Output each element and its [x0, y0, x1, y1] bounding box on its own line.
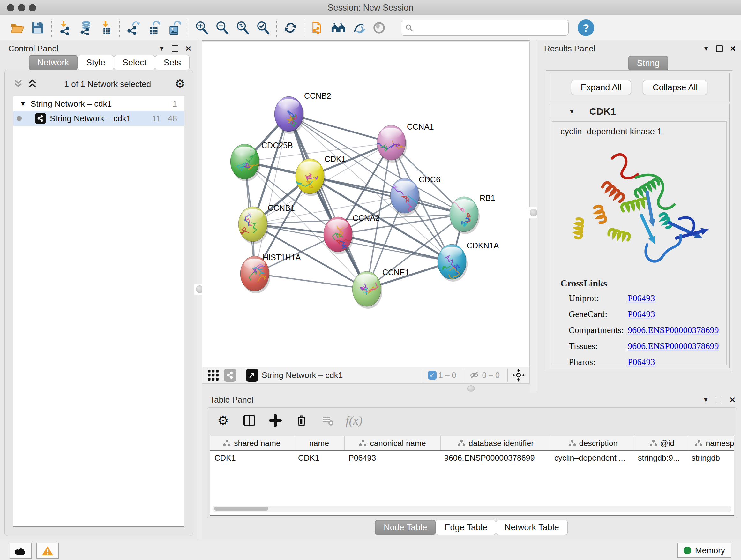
expand-all-button[interactable]: Expand All — [571, 80, 631, 95]
network-graph[interactable]: CCNB2CCNA1CDC25BCDK1CDC6RB1CCNB1CCNA2CDK… — [202, 42, 529, 367]
tab-network-table[interactable]: Network Table — [496, 520, 568, 535]
network-options-gear-icon[interactable]: ⚙ — [175, 78, 185, 90]
tab-select[interactable]: Select — [114, 55, 155, 70]
collapse-all-icon[interactable] — [12, 79, 24, 89]
zoom-in-button[interactable] — [192, 18, 212, 37]
show-columns-button[interactable] — [241, 412, 258, 429]
memory-button[interactable]: Memory — [677, 543, 731, 558]
panel-float-icon[interactable] — [716, 396, 723, 403]
panel-collapse-icon[interactable]: ▼ — [158, 45, 165, 52]
column-header-shared-name[interactable]: shared name — [210, 436, 294, 450]
entry-collapse-icon[interactable]: ▼ — [568, 107, 576, 116]
panel-collapse-icon[interactable]: ▼ — [703, 396, 709, 403]
column-header-description[interactable]: description — [551, 436, 635, 450]
delete-table-button[interactable] — [320, 412, 336, 429]
table-cell[interactable]: CDK1 — [210, 451, 293, 465]
open-in-window-icon[interactable] — [246, 369, 259, 381]
horizontal-splitter-handle[interactable] — [467, 385, 475, 392]
expand-all-icon[interactable] — [26, 79, 38, 89]
table-cell[interactable]: cyclin–dependent ... — [550, 451, 633, 465]
table-horizontal-scrollbar[interactable] — [212, 506, 731, 512]
export-image-button[interactable] — [164, 18, 185, 37]
network-node-CCNB2[interactable]: CCNB2 — [274, 91, 331, 134]
function-builder-icon[interactable]: f(x) — [346, 414, 362, 428]
grid-view-icon[interactable] — [207, 369, 219, 381]
edge-CDK1-RB1 — [310, 176, 464, 214]
open-session-button[interactable] — [7, 18, 27, 37]
panel-close-icon[interactable]: × — [730, 45, 736, 52]
network-node-RB1[interactable]: RB1 — [450, 193, 495, 234]
zoom-selected-button[interactable] — [253, 18, 273, 37]
column-header-canonical-name[interactable]: canonical name — [345, 436, 441, 450]
selected-checkbox-icon[interactable]: ✓ — [428, 371, 436, 380]
gene-entry-header[interactable]: ▼ CDK1 — [549, 104, 729, 119]
tab-style[interactable]: Style — [77, 55, 114, 70]
network-edges[interactable] — [245, 114, 464, 289]
string-home-button[interactable] — [328, 18, 348, 37]
tab-edge-table[interactable]: Edge Table — [435, 520, 496, 535]
table-cell[interactable]: 9606.ENSP00000378699 — [440, 451, 550, 465]
table-cell[interactable]: P06493 — [344, 451, 440, 465]
export-network-button[interactable] — [123, 18, 144, 37]
enhanced-labels-button[interactable] — [348, 18, 369, 37]
network-node-CDK1[interactable]: CDK1 — [295, 154, 346, 196]
crosslink-link[interactable]: P06493 — [628, 357, 655, 367]
zoom-fit-button[interactable] — [232, 18, 253, 37]
column-header-name[interactable]: name — [294, 436, 345, 450]
string-import-button[interactable] — [308, 18, 328, 37]
tree-expand-icon[interactable]: ▼ — [20, 100, 26, 108]
collapse-all-button[interactable]: Collapse All — [643, 80, 708, 95]
grayscale-mode-button[interactable] — [369, 18, 389, 37]
table-row[interactable]: CDK1CDK1P064939606.ENSP00000378699cyclin… — [210, 451, 734, 465]
string-view-icon[interactable] — [224, 369, 237, 381]
help-button[interactable]: ? — [578, 19, 594, 36]
tab-node-table[interactable]: Node Table — [375, 520, 435, 535]
table-cell[interactable]: CDK1 — [293, 451, 344, 465]
import-table-button[interactable] — [96, 18, 116, 37]
panel-collapse-icon[interactable]: ▼ — [703, 45, 710, 52]
panel-close-icon[interactable]: × — [185, 45, 191, 52]
network-collection-row[interactable]: ▼ String Network – cdk1 1 — [13, 97, 184, 111]
panel-float-icon[interactable] — [172, 45, 179, 52]
scrollbar-thumb[interactable] — [214, 507, 268, 510]
tab-network[interactable]: Network — [29, 55, 77, 70]
search-field[interactable] — [416, 23, 564, 33]
network-node-CCNB1[interactable]: CCNB1 — [239, 203, 295, 244]
column-header-namespace[interactable]: namespace — [689, 436, 734, 450]
column-header-label: @id — [660, 439, 675, 448]
save-session-button[interactable] — [27, 18, 48, 37]
table-cell[interactable]: stringdb — [687, 451, 734, 465]
table-options-button[interactable]: ⚙ — [215, 412, 231, 429]
fit-content-crosshair-icon[interactable] — [512, 369, 525, 381]
delete-column-button[interactable] — [293, 412, 310, 429]
crosslink-link[interactable]: 9606.ENSP00000378699 — [628, 325, 719, 335]
import-network-from-database-button[interactable] — [75, 18, 96, 37]
network-node-CDC6[interactable]: CDC6 — [390, 175, 441, 216]
panel-float-icon[interactable] — [716, 45, 723, 52]
zoom-out-button[interactable] — [212, 18, 232, 37]
cloud-button[interactable] — [10, 543, 32, 559]
apply-layout-button[interactable] — [280, 18, 300, 37]
column-header--id[interactable]: @id — [635, 436, 689, 450]
table-cell[interactable]: stringdb:9... — [633, 451, 687, 465]
add-column-button[interactable] — [267, 412, 284, 429]
network-node-CDKN1A[interactable]: CDKN1A — [437, 241, 499, 282]
network-row[interactable]: String Network – cdk1 11 48 — [13, 111, 184, 126]
crosslink-link[interactable]: P06493 — [628, 293, 655, 303]
network-node-HIST1H1A[interactable]: HIST1H1A — [240, 253, 301, 294]
warning-button[interactable] — [37, 543, 59, 559]
column-header-database-identifier[interactable]: database identifier — [441, 436, 551, 450]
crosslink-link[interactable]: 9606.ENSP00000378699 — [628, 341, 719, 351]
tab-sets[interactable]: Sets — [155, 55, 190, 70]
network-canvas[interactable]: CCNB2CCNA1CDC25BCDK1CDC6RB1CCNB1CCNA2CDK… — [202, 42, 530, 367]
open-folder-icon — [10, 20, 24, 35]
network-node-CCNE1[interactable]: CCNE1 — [352, 268, 409, 309]
panel-close-icon[interactable]: × — [730, 396, 735, 403]
tab-string[interactable]: String — [628, 56, 668, 71]
crosslink-link[interactable]: P06493 — [628, 309, 655, 319]
results-panel-title: Results Panel — [544, 44, 703, 54]
import-network-button[interactable] — [55, 18, 75, 37]
search-input[interactable] — [401, 20, 569, 36]
export-table-button[interactable] — [144, 18, 164, 37]
node-table[interactable]: shared namenamecanonical namedatabase id… — [210, 436, 734, 516]
